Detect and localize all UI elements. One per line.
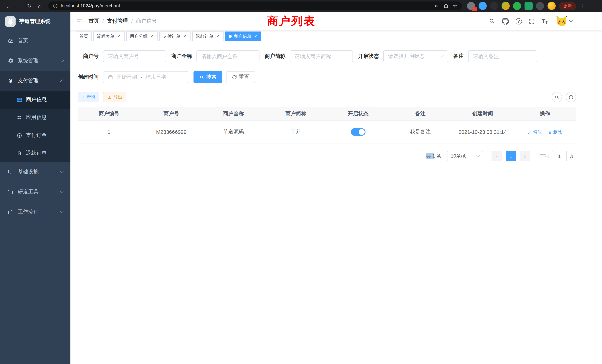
create-time-label: 创建时间 bbox=[78, 74, 103, 80]
page-size-select[interactable]: 10条/页 bbox=[447, 151, 483, 161]
status-select[interactable]: 请选择开启状态 bbox=[383, 50, 448, 62]
fullscreen-icon[interactable] bbox=[529, 18, 535, 24]
extension-icon-4[interactable] bbox=[502, 2, 510, 10]
sidebar-item-pay-order[interactable]: 支付订单 bbox=[0, 126, 70, 144]
sidebar-item-payment[interactable]: ¥ 支付管理 bbox=[0, 71, 70, 91]
sidebar-item-infrastructure[interactable]: 基础设施 bbox=[0, 162, 70, 182]
font-size-icon[interactable]: TT bbox=[542, 18, 548, 24]
cell-remark: 我是备注 bbox=[389, 121, 452, 143]
sidebar-item-refund-order[interactable]: 退款订单 bbox=[0, 144, 70, 162]
goto-page-input[interactable] bbox=[552, 151, 567, 161]
remark-input[interactable] bbox=[468, 50, 537, 62]
browser-forward-button[interactable]: → bbox=[14, 1, 24, 11]
merchant-no-input[interactable] bbox=[103, 50, 166, 62]
main-area: 商户列表 首页 / 支付管理 / 商户信息 bbox=[70, 12, 602, 364]
close-icon[interactable]: × bbox=[215, 34, 220, 39]
plus-icon: + bbox=[82, 95, 85, 100]
browser-profile-avatar[interactable] bbox=[548, 2, 556, 10]
sidebar-item-app-info[interactable]: 应用信息 bbox=[0, 109, 70, 126]
page-size-value: 10条/页 bbox=[451, 153, 467, 159]
toggle-search-button[interactable] bbox=[552, 92, 562, 102]
tab-process-form[interactable]: 流程表单 × bbox=[93, 32, 125, 41]
extension-icon-6[interactable] bbox=[525, 2, 533, 10]
payment-submenu: 商户信息 应用信息 支付订单 bbox=[0, 91, 70, 162]
help-icon[interactable]: ? bbox=[516, 18, 522, 24]
sidebar-item-label: 基础设施 bbox=[18, 169, 57, 175]
table-header-row: 商户编号 商户号 商户全称 商户简称 开启状态 备注 创建时间 操作 bbox=[78, 107, 576, 121]
extension-icon-1[interactable]: 10 bbox=[467, 2, 475, 10]
page-content: 商户号 商户全称 商户简称 开启状态 请选择开启状态 bbox=[70, 42, 602, 364]
prev-page-button[interactable]: ‹ bbox=[492, 151, 502, 161]
page-number-button[interactable]: 1 bbox=[506, 151, 516, 161]
close-icon[interactable]: × bbox=[116, 34, 121, 39]
share-icon[interactable] bbox=[443, 3, 449, 9]
filter-status: 开启状态 请选择开启状态 bbox=[358, 50, 448, 62]
extension-icon-5[interactable] bbox=[513, 2, 521, 10]
active-tab-dot bbox=[229, 35, 232, 38]
extension-icon-7[interactable] bbox=[536, 2, 544, 10]
sidebar-item-label: 退款订单 bbox=[26, 150, 47, 156]
short-name-input[interactable] bbox=[290, 50, 353, 62]
browser-back-button[interactable]: ← bbox=[4, 1, 13, 11]
status-select-placeholder: 请选择开启状态 bbox=[388, 53, 424, 60]
browser-home-button[interactable]: ⌂ bbox=[35, 1, 44, 11]
user-menu[interactable] bbox=[556, 15, 572, 27]
refresh-table-button[interactable] bbox=[566, 92, 576, 102]
filter-remark: 备注 bbox=[453, 50, 537, 62]
search-icon[interactable] bbox=[489, 18, 495, 24]
reset-button[interactable]: 重置 bbox=[226, 71, 255, 83]
breadcrumb-payment[interactable]: 支付管理 bbox=[107, 18, 128, 24]
extension-icon-2[interactable] bbox=[479, 2, 487, 10]
status-label: 开启状态 bbox=[358, 53, 383, 60]
breadcrumb-home[interactable]: 首页 bbox=[89, 18, 99, 24]
col-status: 开启状态 bbox=[327, 107, 389, 121]
status-toggle[interactable] bbox=[351, 128, 366, 136]
export-button-label: 导出 bbox=[113, 94, 122, 100]
tab-home[interactable]: 首页 bbox=[76, 32, 92, 41]
chevron-down-icon bbox=[476, 153, 480, 158]
app-logo-bar[interactable]: 芋道管理系统 bbox=[0, 12, 70, 31]
sidebar-item-home[interactable]: 首页 bbox=[0, 31, 70, 51]
export-button[interactable]: 导出 bbox=[103, 92, 126, 102]
browser-menu-button[interactable]: ⋮ bbox=[579, 3, 586, 9]
tab-pay-order[interactable]: 支付订单 × bbox=[159, 32, 191, 41]
password-key-icon[interactable] bbox=[434, 3, 440, 9]
tags-view-bar: 首页 流程表单 × 用户分组 × 支付订单 × 退款订单 × bbox=[70, 31, 602, 42]
breadcrumb-separator: / bbox=[102, 18, 104, 24]
date-range-picker[interactable]: 开始日期 - 结束日期 bbox=[103, 71, 188, 83]
sidebar-item-dev-tools[interactable]: 研发工具 bbox=[0, 182, 70, 202]
full-name-label: 商户全称 bbox=[171, 53, 196, 60]
add-button[interactable]: + 新增 bbox=[78, 92, 99, 102]
close-icon[interactable]: × bbox=[253, 34, 258, 39]
sidebar-item-merchant-info[interactable]: 商户信息 bbox=[0, 91, 70, 109]
search-button[interactable]: 搜索 bbox=[194, 71, 222, 83]
tab-user-group[interactable]: 用户分组 × bbox=[126, 32, 158, 41]
sidebar-toggle-button[interactable] bbox=[76, 18, 83, 24]
pagination: 共 1 条 10条/页 ‹ 1 › 前往 页 bbox=[78, 151, 576, 161]
filter-short-name: 商户简称 bbox=[265, 50, 353, 62]
tab-refund-order[interactable]: 退款订单 × bbox=[192, 32, 224, 41]
bookmark-star-icon[interactable]: ☆ bbox=[453, 3, 457, 9]
tab-label: 流程表单 bbox=[97, 33, 115, 40]
browser-chrome: ← → ↻ ⌂ localhost:1024/pay/merchant ☆ bbox=[0, 0, 602, 12]
full-name-input[interactable] bbox=[196, 50, 259, 62]
browser-reload-button[interactable]: ↻ bbox=[24, 1, 34, 11]
user-avatar bbox=[556, 15, 567, 27]
goto-prefix: 前往 bbox=[540, 153, 550, 159]
extension-icon-3[interactable] bbox=[490, 2, 498, 10]
tab-merchant-info[interactable]: 商户信息 × bbox=[225, 32, 261, 41]
search-form-row-1: 商户号 商户全称 商户简称 开启状态 请选择开启状态 bbox=[78, 50, 576, 62]
pay-order-icon bbox=[16, 132, 22, 138]
sidebar-item-workflow[interactable]: 工作流程 bbox=[0, 202, 70, 222]
close-icon[interactable]: × bbox=[149, 34, 154, 39]
browser-update-button[interactable]: 更新 bbox=[559, 2, 576, 10]
edit-button[interactable]: 修改 bbox=[528, 129, 542, 135]
sidebar-item-system[interactable]: 系统管理 bbox=[0, 51, 70, 71]
site-info-icon[interactable] bbox=[53, 3, 58, 9]
next-page-button[interactable]: › bbox=[520, 151, 530, 161]
delete-button[interactable]: 删除 bbox=[548, 129, 562, 135]
browser-address-bar[interactable]: localhost:1024/pay/merchant ☆ bbox=[48, 1, 462, 10]
close-icon[interactable]: × bbox=[182, 34, 187, 39]
github-icon[interactable] bbox=[502, 18, 509, 25]
card-icon bbox=[16, 97, 22, 103]
